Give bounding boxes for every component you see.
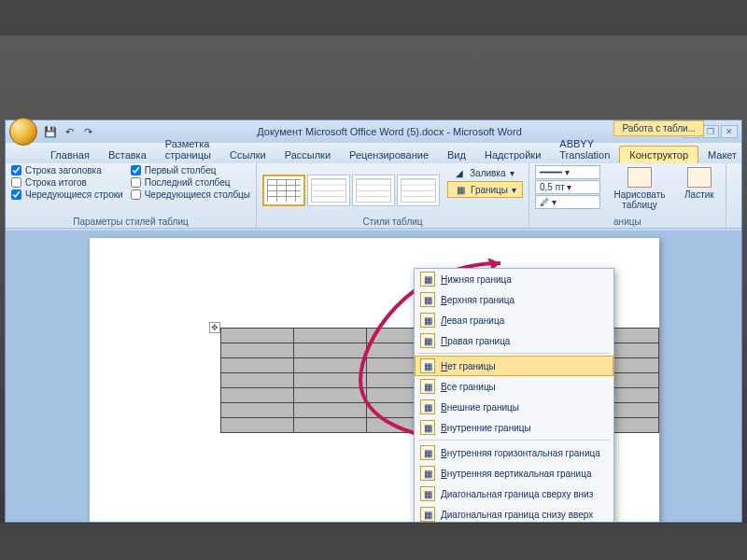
table-cell[interactable] [294,358,367,373]
table-cell[interactable] [221,418,294,433]
group-table-style-options: Строка заголовкаСтрока итоговЧередующиес… [6,163,257,228]
border-option-icon: ▦ [420,486,435,501]
table-cell[interactable] [294,373,367,388]
tab-references[interactable]: Ссылки [220,147,275,163]
fill-icon: ◢ [453,166,466,179]
group-label-draw: аницы [535,216,720,228]
tab-pagelayout[interactable]: Разметка страницы [156,135,220,163]
tab-mailings[interactable]: Рассылки [275,147,340,163]
table-cell[interactable] [221,358,294,373]
menu-item[interactable]: ▦Диагональная граница сверху вниз [415,483,613,504]
borders-icon: ▦ [454,183,467,196]
menu-separator [418,440,610,441]
word-window: 💾 ↶ ↷ Документ Microsoft Office Word (5)… [5,119,742,523]
table-cell[interactable] [294,388,367,403]
border-option-icon: ▦ [420,313,435,328]
tab-view[interactable]: Вид [438,147,475,163]
undo-icon[interactable]: ↶ [62,124,77,139]
border-option-icon: ▦ [420,399,435,414]
pen-color-select[interactable]: 🖉 ▾ [535,195,600,209]
border-option-icon: ▦ [420,466,435,481]
border-option-icon: ▦ [420,358,435,373]
checkbox[interactable] [131,165,141,175]
checkbox[interactable] [11,189,21,200]
menu-item[interactable]: ▦Правая граница [415,330,613,351]
table-cell[interactable] [221,403,294,418]
checkbox[interactable] [131,177,141,188]
eraser-icon [687,167,712,188]
tab-home[interactable]: Главная [41,147,99,163]
save-icon[interactable]: 💾 [43,124,58,139]
option-checkbox[interactable]: Строка итогов [11,177,123,188]
menu-item[interactable]: ▦Внутренние границы [415,417,613,438]
close-button[interactable]: ✕ [721,125,738,138]
table-move-handle[interactable]: ✥ [209,322,220,333]
draw-table-button[interactable]: Нарисовать таблицу [608,165,671,216]
checkbox[interactable] [131,189,141,200]
tab-design[interactable]: Конструктор [619,146,698,163]
restore-button[interactable]: ❐ [702,125,719,138]
menu-item[interactable]: ▦Внешние границы [415,397,613,417]
table-cell[interactable] [221,329,294,343]
border-option-icon: ▦ [420,507,435,522]
draw-table-icon [627,167,652,188]
redo-icon[interactable]: ↷ [80,124,95,139]
table-cell[interactable] [294,329,367,343]
ribbon-tabs: Главная Вставка Разметка страницы Ссылки… [6,143,741,163]
ribbon: Строка заголовкаСтрока итоговЧередующиес… [6,163,741,229]
option-checkbox[interactable]: Последний столбец [131,177,250,188]
border-option-icon: ▦ [420,445,435,460]
shading-button[interactable]: ◢Заливка ▾ [447,165,523,180]
presentation-frame: 💾 ↶ ↷ Документ Microsoft Office Word (5)… [0,35,747,524]
border-option-icon: ▦ [420,333,435,348]
group-draw-borders: ━━━━ ▾ 0,5 пт ▾ 🖉 ▾ Нарисовать таблицу Л… [529,163,726,228]
pen-weight-select[interactable]: 0,5 пт ▾ [535,180,600,194]
table-cell[interactable] [221,343,294,358]
table-style-thumb[interactable] [262,175,305,206]
table-cell[interactable] [294,343,367,358]
group-table-styles: ◢Заливка ▾ ▦Границы ▾ Стили таблиц [257,163,529,228]
option-checkbox[interactable]: Чередующиеся строки [11,189,123,200]
checkbox[interactable] [11,165,21,175]
borders-button[interactable]: ▦Границы ▾ [447,181,523,198]
table-cell[interactable] [221,373,294,388]
border-option-icon: ▦ [420,420,435,435]
table-cell[interactable] [294,418,367,433]
tab-addins[interactable]: Надстройки [475,147,550,163]
option-checkbox[interactable]: Чередующиеся столбцы [131,189,250,200]
office-button[interactable] [9,118,37,146]
option-checkbox[interactable]: Первый столбец [131,165,250,175]
borders-dropdown-menu: ▦Нижняя граница▦Верхняя граница▦Левая гр… [414,268,614,522]
menu-item[interactable]: ▦Нет границы [415,356,613,376]
group-label-styles: Стили таблиц [262,216,523,228]
table-cell[interactable] [294,403,367,418]
menu-item[interactable]: ▦Внутренняя вертикальная граница [415,463,613,483]
titlebar: 💾 ↶ ↷ Документ Microsoft Office Word (5)… [6,120,741,143]
border-option-icon: ▦ [420,272,435,287]
menu-item[interactable]: ▦Левая граница [415,310,613,330]
table-style-thumb[interactable] [307,175,350,206]
menu-item[interactable]: ▦Внутренняя горизонтальная граница [415,442,613,463]
pen-style-select[interactable]: ━━━━ ▾ [535,165,600,179]
tab-layout[interactable]: Макет [698,147,746,163]
border-option-icon: ▦ [420,379,435,394]
border-option-icon: ▦ [420,292,435,307]
menu-item[interactable]: ▦Нижняя граница [415,269,613,289]
context-tab-label: Работа с табли... [613,120,704,136]
document-area: ✥ ▦Нижняя граница▦Верхняя граница▦Левая … [6,231,741,522]
option-checkbox[interactable]: Строка заголовка [11,165,123,175]
tab-insert[interactable]: Вставка [99,147,156,163]
table-style-thumb[interactable] [397,175,440,206]
menu-separator [418,353,610,354]
table-style-thumb[interactable] [352,175,395,206]
tab-abbyy[interactable]: ABBYY Translation [550,135,619,163]
eraser-button[interactable]: Ластик [679,165,720,216]
checkbox[interactable] [11,177,21,188]
menu-item[interactable]: ▦Верхняя граница [415,289,613,310]
group-label-params: Параметры стилей таблиц [11,216,250,228]
tab-review[interactable]: Рецензирование [340,147,438,163]
menu-item[interactable]: ▦Все границы [415,376,613,397]
table-cell[interactable] [221,388,294,403]
menu-item[interactable]: ▦Диагональная граница снизу вверх [415,504,613,522]
